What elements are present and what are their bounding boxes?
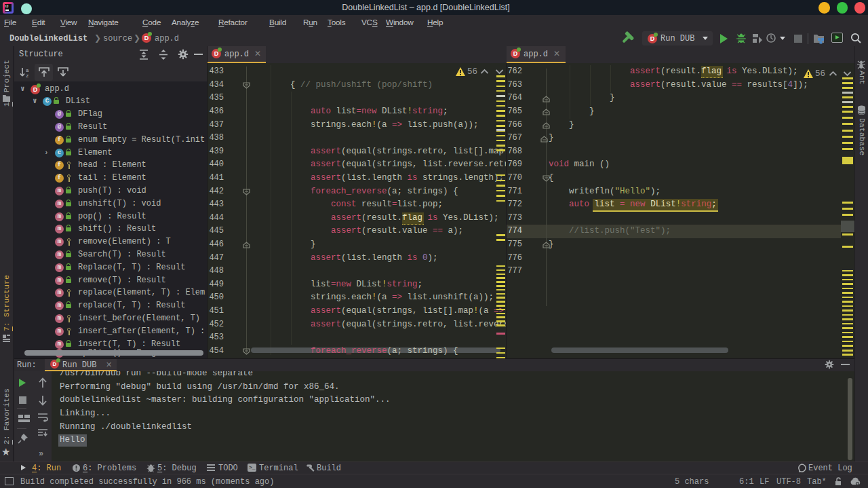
svg-text:z: z <box>26 73 29 78</box>
svg-text:a: a <box>26 68 29 73</box>
